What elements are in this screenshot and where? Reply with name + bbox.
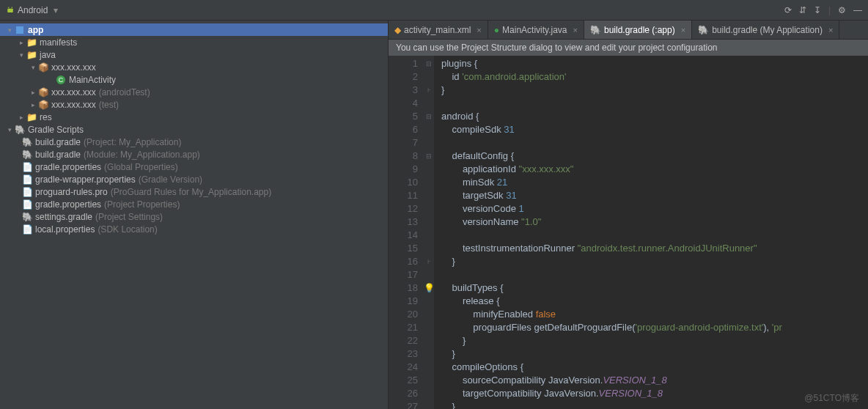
code-line[interactable]: id 'com.android.application' — [441, 70, 861, 84]
file-icon: 📄 — [22, 187, 32, 197]
module-icon — [15, 25, 25, 35]
tree-manifests[interactable]: ▸📁 manifests — [0, 36, 388, 48]
code-line[interactable]: minifyEnabled false — [441, 308, 861, 321]
code-line[interactable] — [441, 268, 861, 281]
code-line[interactable]: } — [441, 347, 861, 361]
folder-icon: 📁 — [26, 50, 37, 60]
props-icon: 📄 — [22, 199, 32, 210]
folder-icon: 📁 — [26, 37, 37, 48]
code-line[interactable]: buildTypes { — [441, 281, 861, 295]
svg-point-2 — [12, 7, 13, 8]
code-editor[interactable]: 1234567891011121314151617181920212223242… — [389, 56, 868, 409]
gradle-icon: 🐘 — [22, 212, 32, 222]
sort-icon[interactable]: ↧ — [814, 5, 821, 15]
tree-pkg-test[interactable]: ▸📦 xxx.xxx.xxx(test) — [0, 98, 388, 111]
code-line[interactable]: android { — [441, 110, 861, 123]
code-line[interactable]: } — [441, 255, 861, 268]
tab-build-gradle-project[interactable]: 🐘 build.gradle (My Application)× — [692, 21, 839, 39]
code-line[interactable]: } — [441, 400, 861, 409]
tree-build-gradle-project[interactable]: 🐘 build.gradle(Project: My_Application) — [0, 136, 388, 148]
xml-icon: ◆ — [394, 25, 401, 35]
tree-mainactivity[interactable]: C MainActivity — [0, 73, 388, 86]
svg-text:C: C — [59, 76, 64, 84]
gradle-icon: 🐘 — [15, 125, 25, 135]
tree-gradle-properties-global[interactable]: 📄 gradle.properties(Global Properties) — [0, 161, 388, 173]
view-selector[interactable]: Android ▾ — [6, 5, 58, 15]
tree-build-gradle-module[interactable]: 🐘 build.gradle(Module: My_Application.ap… — [0, 148, 388, 161]
tree-gradle-wrapper-properties[interactable]: 📄 gradle-wrapper.properties(Gradle Versi… — [0, 173, 388, 185]
code-line[interactable] — [441, 229, 861, 242]
package-icon: 📦 — [38, 87, 48, 97]
code-line[interactable]: compileOptions { — [441, 361, 861, 374]
view-label: Android — [18, 5, 48, 15]
gradle-icon: 🐘 — [22, 150, 32, 160]
tree-app[interactable]: ▾ app — [0, 23, 388, 36]
svg-rect-3 — [16, 26, 23, 34]
code-line[interactable]: sourceCompatibility JavaVersion.VERSION_… — [441, 374, 861, 387]
tree-res[interactable]: ▸📁 res — [0, 111, 388, 123]
props-icon: 📄 — [22, 162, 32, 172]
tab-mainactivity[interactable]: ● MainActivity.java× — [488, 21, 584, 39]
android-icon — [6, 6, 15, 15]
close-icon[interactable]: × — [828, 26, 833, 34]
class-icon: C — [56, 75, 66, 85]
code-line[interactable]: versionName "1.0" — [441, 215, 861, 229]
package-icon: 📦 — [38, 100, 48, 110]
tab-activity-main[interactable]: ◆ activity_main.xml× — [389, 21, 488, 39]
close-icon[interactable]: × — [573, 26, 578, 34]
gutter: 1234567891011121314151617181920212223242… — [389, 56, 424, 409]
gradle-icon: 🐘 — [590, 25, 601, 35]
bulb-icon[interactable]: 💡 — [424, 283, 435, 293]
chevron-down-icon: ▾ — [54, 5, 58, 15]
folder-icon: 📁 — [26, 112, 37, 122]
tree-local-properties[interactable]: 📄 local.properties(SDK Location) — [0, 223, 388, 235]
code-line[interactable]: testInstrumentationRunner "androidx.test… — [441, 242, 861, 255]
fold-column: ⊟⊦⊟⊟⊦💡 — [424, 56, 434, 409]
watermark: @51CTO博客 — [804, 392, 859, 405]
toolbar-icons: ⟳ ⇵ ↧ | ⚙ — — [784, 5, 862, 15]
props-icon: 📄 — [22, 174, 32, 185]
editor-tabs: ◆ activity_main.xml× ● MainActivity.java… — [389, 21, 868, 40]
close-icon[interactable]: × — [477, 26, 481, 34]
class-icon: ● — [494, 25, 499, 35]
svg-rect-0 — [7, 8, 13, 12]
code-line[interactable] — [441, 97, 861, 110]
props-icon: 📄 — [22, 224, 32, 235]
history-icon[interactable]: ⟳ — [784, 5, 792, 15]
tree-java[interactable]: ▾📁 java — [0, 48, 388, 61]
code-line[interactable]: release { — [441, 295, 861, 308]
tree-pkg-androidtest[interactable]: ▸📦 xxx.xxx.xxx(androidTest) — [0, 86, 388, 98]
tab-build-gradle-app[interactable]: 🐘 build.gradle (:app)× — [584, 21, 692, 39]
code-line[interactable]: defaultConfig { — [441, 150, 861, 163]
code-line[interactable]: plugins { — [441, 57, 861, 70]
code-line[interactable]: targetCompatibility JavaVersion.VERSION_… — [441, 387, 861, 400]
tree-settings-gradle[interactable]: 🐘 settings.gradle(Project Settings) — [0, 210, 388, 223]
hide-icon[interactable]: — — [853, 5, 862, 15]
close-icon[interactable]: × — [681, 26, 685, 34]
toolbar: Android ▾ ⟳ ⇵ ↧ | ⚙ — — [0, 0, 868, 21]
code-line[interactable]: proguardFiles getDefaultProguardFile('pr… — [441, 321, 861, 334]
code-line[interactable]: versionCode 1 — [441, 202, 861, 215]
gradle-icon: 🐘 — [698, 25, 709, 35]
settings-icon[interactable]: ⚙ — [838, 5, 846, 15]
code-line[interactable]: } — [441, 334, 861, 347]
project-tree[interactable]: ▾ app ▸📁 manifests ▾📁 java ▾📦 xxx.xxx.xx… — [0, 21, 389, 409]
code-line[interactable]: minSdk 21 — [441, 176, 861, 189]
package-icon: 📦 — [38, 62, 48, 73]
editor-area: ◆ activity_main.xml× ● MainActivity.java… — [389, 21, 868, 409]
svg-point-1 — [8, 7, 10, 8]
code-line[interactable] — [441, 136, 861, 150]
structure-banner[interactable]: You can use the Project Structure dialog… — [389, 40, 868, 56]
code-line[interactable]: applicationId "xxx.xxx.xxx" — [441, 163, 861, 176]
code-line[interactable]: } — [441, 84, 861, 97]
gradle-icon: 🐘 — [22, 137, 32, 147]
tree-gradle-scripts[interactable]: ▾🐘 Gradle Scripts — [0, 123, 388, 136]
tree-proguard-rules[interactable]: 📄 proguard-rules.pro(ProGuard Rules for … — [0, 185, 388, 198]
sync-icon[interactable]: ⇵ — [799, 5, 806, 15]
code-line[interactable]: targetSdk 31 — [441, 189, 861, 202]
code-line[interactable]: compileSdk 31 — [441, 123, 861, 136]
tree-gradle-properties-project[interactable]: 📄 gradle.properties(Project Properties) — [0, 198, 388, 210]
tree-pkg-main[interactable]: ▾📦 xxx.xxx.xxx — [0, 61, 388, 73]
